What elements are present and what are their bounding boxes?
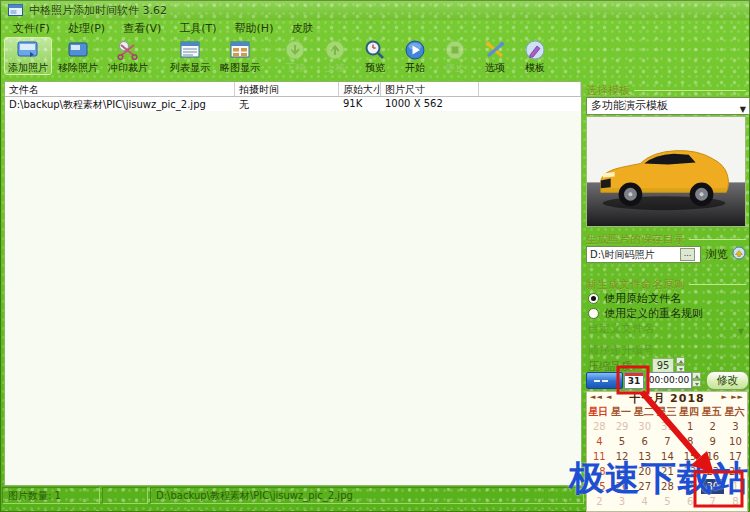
thumb-view-button[interactable]: 略图显示: [216, 37, 264, 75]
toolbar-button-label: 冲印裁片: [108, 61, 148, 74]
table-row[interactable]: D:\backup\教程素材\PIC\jisuwz_pic_2.jpg无91K1…: [5, 97, 581, 111]
preview-button[interactable]: 预览: [356, 37, 394, 75]
calendar-day[interactable]: 4: [588, 434, 611, 449]
table-cell: 无: [235, 97, 339, 111]
list-view-button[interactable]: 列表显示: [166, 37, 214, 75]
template-group-label: 选择模板: [586, 83, 746, 98]
move-down-button: 下移: [276, 37, 314, 75]
start-button[interactable]: 开始: [396, 37, 434, 75]
template-select[interactable]: 多功能演示模板 ▼: [586, 97, 750, 115]
calendar-prev-icons[interactable]: ◄◄ ◄: [590, 393, 612, 401]
template-preview-image: [586, 116, 746, 227]
toolbar-button-label: 开始: [405, 61, 425, 74]
chevron-down-icon: ▼: [738, 324, 744, 339]
calendar-day[interactable]: 5: [611, 434, 634, 449]
calendar-weekday: 星六: [723, 405, 746, 419]
window-title: 中格照片添加时间软件 3.62: [29, 3, 167, 18]
column-header-1[interactable]: 拍摄时间: [235, 82, 339, 96]
move-up-icon: [322, 39, 348, 61]
more-button[interactable]: ...: [680, 248, 695, 261]
toolbar-button-label: 预览: [365, 61, 385, 74]
table-header: 文件名拍摄时间原始大小图片尺寸: [5, 82, 581, 97]
calendar-day[interactable]: 3: [724, 419, 747, 434]
calendar-weekday: 星三: [655, 405, 678, 419]
table-cell: 1000 X 562: [381, 97, 479, 111]
menu-item-skin[interactable]: 皮肤: [282, 20, 322, 37]
print-crop-icon: [115, 39, 141, 61]
menu-item-view[interactable]: 查看(V): [114, 20, 170, 37]
calendar-day[interactable]: 8: [679, 434, 702, 449]
title-bar: 中格照片添加时间软件 3.62: [0, 0, 750, 20]
add-photo-icon: [15, 39, 41, 61]
radio-unselected-icon: [588, 308, 599, 319]
calendar-day[interactable]: 30: [633, 419, 656, 434]
menu-item-tools[interactable]: 工具(T): [170, 20, 225, 37]
toolbar-button-label: 选项: [485, 61, 505, 74]
date-picker-field[interactable]: [586, 372, 623, 389]
calendar-next-icons[interactable]: ► ►►: [722, 393, 744, 401]
stop-icon: [442, 39, 468, 61]
rename-rule-select-disabled: 自定义文件名 ▼: [588, 321, 744, 336]
calendar-weekday: 星二: [632, 405, 655, 419]
calendar-day[interactable]: 2: [701, 419, 724, 434]
time-field[interactable]: 00:00:00: [646, 372, 692, 389]
template-button[interactable]: 模板: [516, 37, 554, 75]
calendar-popup-button[interactable]: 31: [624, 372, 644, 389]
time-spinner[interactable]: [692, 372, 701, 387]
toolbar-button-label: 添加照片: [8, 61, 48, 74]
radio-custom-rename[interactable]: 使用定义的重名规则: [588, 306, 703, 321]
calendar-weekday: 星四: [678, 405, 701, 419]
calendar-weekday: 星五: [700, 405, 723, 419]
calendar-weekday: 星日: [587, 405, 610, 419]
toolbar-button-label: 模板: [525, 61, 545, 74]
status-image-count: 图片数量: 1: [2, 487, 100, 504]
remove-photo-icon: [65, 39, 91, 61]
calendar-weekday: 星一: [610, 405, 633, 419]
toolbar-button-label: 上移: [325, 61, 345, 74]
calendar-header: ◄◄ ◄ 十一月 2018 ► ►►: [587, 392, 747, 405]
print-crop-button[interactable]: 冲印裁片: [104, 37, 152, 75]
options-icon: [482, 39, 508, 61]
add-photo-button[interactable]: 添加照片: [4, 37, 52, 75]
options-button[interactable]: 选项: [476, 37, 514, 75]
calendar-day[interactable]: 6: [633, 434, 656, 449]
menu-item-file[interactable]: 文件(F): [4, 20, 59, 37]
toolbar-button-label: 略图显示: [220, 61, 260, 74]
preview-icon: [362, 39, 388, 61]
rename-option-disabled: 顺序递升编号: [588, 343, 654, 358]
column-header-0[interactable]: 文件名: [5, 82, 235, 96]
table-body: D:\backup\教程素材\PIC\jisuwz_pic_2.jpg无91K1…: [5, 97, 581, 111]
menu-item-help[interactable]: 帮助(H): [226, 20, 283, 37]
calendar-day[interactable]: 31: [656, 419, 679, 434]
save-dir-row: D:\时间码照片 ... 浏览: [586, 246, 748, 263]
calendar-day[interactable]: 9: [701, 434, 724, 449]
column-header-3[interactable]: 图片尺寸: [381, 82, 479, 96]
calendar-day[interactable]: 29: [611, 419, 634, 434]
file-list: 文件名拍摄时间原始大小图片尺寸 D:\backup\教程素材\PIC\jisuw…: [4, 81, 582, 486]
browse-button[interactable]: 浏览: [706, 247, 728, 262]
status-empty-segment: [102, 487, 148, 504]
calendar-day[interactable]: 10: [724, 434, 747, 449]
column-header-2[interactable]: 原始大小: [339, 82, 381, 96]
calendar-month-label: 十一月 2018: [629, 391, 704, 406]
toolbar-button-label: 停止: [445, 61, 465, 74]
table-cell: [479, 97, 581, 111]
site-watermark: 极速下载站: [569, 455, 749, 502]
toolbar: 添加照片移除照片冲印裁片列表显示略图显示下移上移预览开始停止选项模板: [4, 37, 584, 79]
radio-selected-icon: [588, 293, 599, 304]
menu-item-process[interactable]: 处理(P): [59, 20, 114, 37]
browse-folder-icon[interactable]: [732, 246, 746, 260]
status-bar: 图片数量: 1 D:\backup\教程素材\PIC\jisuwz_pic_2.…: [2, 487, 584, 504]
move-down-icon: [282, 39, 308, 61]
modify-button[interactable]: 修改: [706, 371, 749, 390]
calendar-day[interactable]: 7: [656, 434, 679, 449]
table-cell: 91K: [339, 97, 381, 111]
remove-photo-button[interactable]: 移除照片: [54, 37, 102, 75]
calendar-day[interactable]: 1: [679, 419, 702, 434]
status-file-path: D:\backup\教程素材\PIC\jisuwz_pic_2.jpg: [150, 487, 584, 504]
radio-original-filename[interactable]: 使用原始文件名: [588, 291, 681, 306]
thumb-view-icon: [227, 39, 253, 61]
calendar-day[interactable]: 28: [588, 419, 611, 434]
toolbar-button-label: 移除照片: [58, 61, 98, 74]
list-view-icon: [177, 39, 203, 61]
